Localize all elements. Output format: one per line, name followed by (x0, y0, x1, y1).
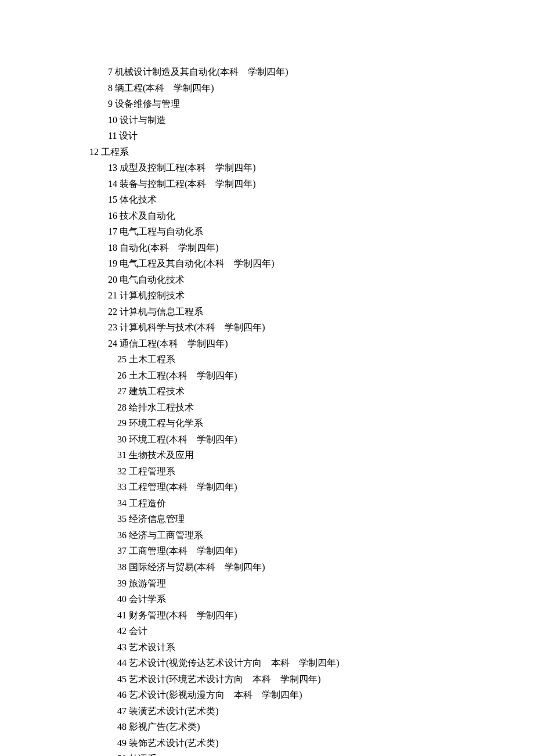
list-item: 44 艺术设计(视觉传达艺术设计方向 本科 学制四年) (0, 655, 534, 671)
list-item: 49 装饰艺术设计(艺术类) (0, 735, 534, 751)
list-item: 9 设备维修与管理 (0, 96, 534, 112)
list-item: 15 体化技术 (0, 192, 534, 208)
list-item: 36 经济与工商管理系 (0, 527, 534, 543)
list-item: 28 给排水工程技术 (0, 399, 534, 416)
list-item: 17 电气工程与自动化系 (0, 224, 534, 240)
program-list: 7 机械设计制造及其自动化(本科 学制四年)8 辆工程(本科 学制四年)9 设备… (0, 64, 534, 756)
list-item: 18 自动化(本科 学制四年) (0, 240, 534, 256)
list-item: 29 环境工程与化学系 (0, 415, 534, 431)
list-item: 34 工程造价 (0, 495, 534, 512)
list-item: 22 计算机与信息工程系 (0, 304, 534, 320)
list-item: 32 工程管理系 (0, 463, 534, 480)
list-item: 16 技术及自动化 (0, 208, 534, 224)
list-item: 11 设计 (0, 128, 534, 144)
list-item: 23 计算机科学与技术(本科 学制四年) (0, 319, 534, 336)
list-item: 12 工程系 (0, 144, 534, 160)
list-item: 33 工程管理(本科 学制四年) (0, 479, 534, 495)
list-item: 7 机械设计制造及其自动化(本科 学制四年) (0, 64, 534, 80)
list-item: 30 环境工程(本科 学制四年) (0, 431, 534, 448)
list-item: 10 设计与制造 (0, 112, 534, 128)
list-item: 13 成型及控制工程(本科 学制四年) (0, 160, 534, 176)
list-item: 27 建筑工程技术 (0, 383, 534, 399)
list-item: 26 土木工程(本科 学制四年) (0, 368, 534, 384)
list-item: 35 经济信息管理 (0, 511, 534, 527)
list-item: 14 装备与控制工程(本科 学制四年) (0, 176, 534, 192)
list-item: 31 生物技术及应用 (0, 447, 534, 463)
list-item: 20 电气自动化技术 (0, 272, 534, 288)
list-item: 24 通信工程(本科 学制四年) (0, 336, 534, 352)
list-item: 41 财务管理(本科 学制四年) (0, 607, 534, 624)
list-item: 43 艺术设计系 (0, 639, 534, 656)
list-item: 39 旅游管理 (0, 575, 534, 592)
list-item: 40 会计学系 (0, 591, 534, 607)
list-item: 45 艺术设计(环境艺术设计方向 本科 学制四年) (0, 671, 534, 687)
list-item: 37 工商管理(本科 学制四年) (0, 543, 534, 559)
list-item: 25 土木工程系 (0, 351, 534, 368)
list-item: 47 装潢艺术设计(艺术类) (0, 703, 534, 719)
list-item: 48 影视广告(艺术类) (0, 719, 534, 735)
list-item: 42 会计 (0, 623, 534, 639)
list-item: 8 辆工程(本科 学制四年) (0, 80, 534, 96)
list-item: 19 电气工程及其自动化(本科 学制四年) (0, 255, 534, 272)
list-item: 50 外语系 (0, 751, 534, 756)
list-item: 46 艺术设计(影视动漫方向 本科 学制四年) (0, 687, 534, 703)
list-item: 38 国际经济与贸易(本科 学制四年) (0, 559, 534, 575)
list-item: 21 计算机控制技术 (0, 287, 534, 304)
